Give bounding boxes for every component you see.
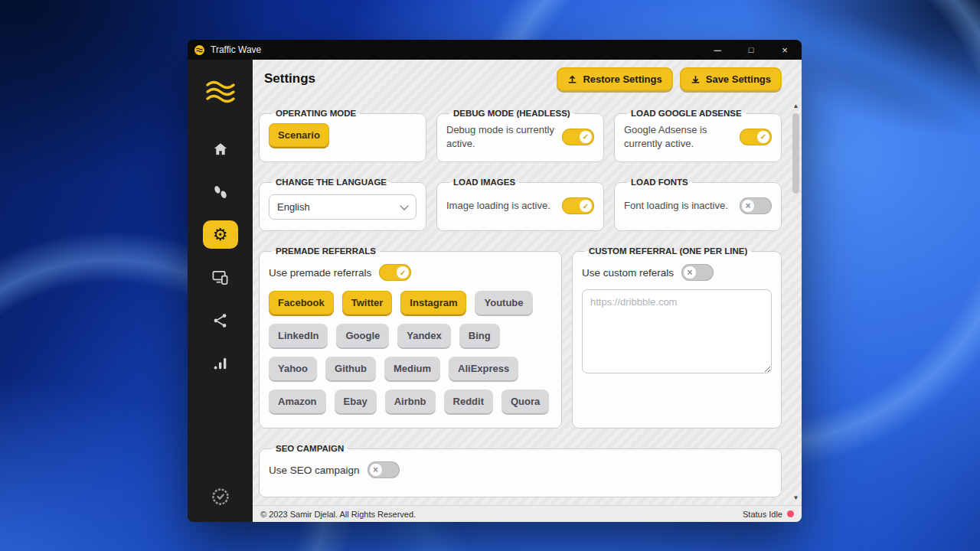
adsense-legend: LOAD GOOGLE ADSENSE [627,109,746,118]
sidebar-item-home[interactable] [203,135,238,163]
toggle-knob [370,464,382,476]
badge-check-icon[interactable] [211,487,230,507]
referral-button-youtube[interactable]: Youtube [475,291,532,315]
maximize-button[interactable]: □ [734,40,768,60]
referral-button-yahoo[interactable]: Yahoo [269,357,317,380]
close-button[interactable]: × [768,40,802,60]
debug-mode-legend: DEBUG MODE (HEADLESS) [449,109,574,118]
restore-settings-button[interactable]: Restore Settings [557,67,672,91]
seo-campaign-toggle[interactable] [368,461,400,478]
custom-referral-toggle[interactable] [681,264,714,281]
toggle-knob [684,266,696,279]
toggle-knob [757,131,769,143]
debug-mode-text: Debug mode is currently active. [446,123,554,150]
stats-icon [212,355,229,372]
copyright-text: © 2023 Samir Djelal. All Rights Reserved… [260,510,416,519]
seo-campaign-section: SEO CAMPAIGN Use SEO campaign [259,444,782,497]
status-bar: © 2023 Samir Djelal. All Rights Reserved… [253,505,802,522]
sidebar-item-network[interactable] [203,306,238,334]
adsense-toggle[interactable] [740,129,772,145]
referral-button-medium[interactable]: Medium [384,357,440,380]
debug-mode-toggle[interactable] [562,129,594,145]
referral-button-github[interactable]: Github [325,357,376,380]
referral-button-linkedin[interactable]: LinkedIn [269,324,328,347]
desktop: { "window": { "title": "Traffic Wave", "… [0,0,980,551]
toggle-knob [580,131,592,143]
sidebar-item-settings[interactable]: ⚙ [203,220,238,249]
app-window: Traffic Wave ─ □ × [188,40,802,522]
status-text: Status Idle [743,510,782,519]
referral-button-amazon[interactable]: Amazon [269,390,326,413]
scenario-button[interactable]: Scenario [269,123,329,147]
sidebar: ⚙ [188,60,253,522]
scrollbar-thumb[interactable] [792,113,799,194]
load-fonts-toggle[interactable] [740,197,772,214]
custom-referral-textarea[interactable] [582,289,772,373]
wave-logo-icon [204,80,237,104]
debug-mode-section: DEBUG MODE (HEADLESS) Debug mode is curr… [436,109,604,162]
referral-button-reddit[interactable]: Reddit [444,390,493,413]
language-select[interactable]: English [269,194,416,220]
load-images-section: LOAD IMAGES Image loading is active. [436,178,604,231]
app-logo-icon [194,45,204,55]
premade-referrals-legend: PREMADE REFERRALS [272,246,380,256]
referral-list: FacebookTwitterInstagramYoutubeLinkedInG… [269,291,552,413]
title-bar: Traffic Wave ─ □ × [188,40,802,60]
status-indicator: Status Idle [743,510,794,519]
save-settings-label: Save Settings [706,73,771,85]
language-section: CHANGE THE LANGUAGE English [259,178,426,231]
premade-referrals-toggle-label: Use premade referrals [269,267,371,279]
referral-button-instagram[interactable]: Instagram [400,291,466,315]
referral-button-yandex[interactable]: Yandex [397,324,451,347]
load-fonts-text: Font loading is inactive. [624,199,732,213]
status-dot-icon [787,510,794,517]
referral-button-quora[interactable]: Quora [501,390,549,413]
devices-icon [211,269,229,286]
save-settings-button[interactable]: Save Settings [680,67,782,91]
referral-button-bing[interactable]: Bing [459,324,500,347]
scroll-up-icon[interactable]: ▲ [791,103,801,109]
sidebar-item-devices[interactable] [203,263,238,292]
page-title: Settings [264,71,315,86]
load-images-toggle[interactable] [562,197,594,214]
sidebar-item-stats[interactable] [203,349,238,377]
network-icon [212,312,229,329]
referral-button-aliexpress[interactable]: AliExpress [449,357,518,380]
language-legend: CHANGE THE LANGUAGE [272,178,390,187]
sidebar-nav: ⚙ [203,135,238,377]
window-title: Traffic Wave [211,44,261,55]
referral-button-google[interactable]: Google [336,324,389,347]
custom-referral-legend: CUSTOM REFERRAL (ONE PER LINE) [585,246,751,256]
minimize-button[interactable]: ─ [701,40,734,60]
settings-content: OPERATING MODE Scenario DEBUG MODE (HEAD… [253,98,802,505]
referral-button-facebook[interactable]: Facebook [269,291,334,315]
operating-mode-section: OPERATING MODE Scenario [259,109,426,162]
home-icon [212,141,229,158]
operating-mode-legend: OPERATING MODE [272,109,360,118]
load-images-text: Image loading is active. [446,199,554,213]
steps-icon [212,184,229,201]
vertical-scrollbar[interactable]: ▲ ▼ [791,99,801,504]
custom-referral-toggle-label: Use custom referals [582,267,674,279]
toggle-knob [742,200,754,212]
custom-referral-section: CUSTOM REFERRAL (ONE PER LINE) Use custo… [572,246,782,429]
seo-campaign-toggle-label: Use SEO campaign [269,465,360,476]
window-controls: ─ □ × [701,40,802,60]
restore-icon [567,74,577,84]
adsense-text: Google Adsense is currently active. [624,123,732,150]
adsense-section: LOAD GOOGLE ADSENSE Google Adsense is cu… [614,109,782,162]
header-actions: Restore Settings Save Settings [557,67,782,91]
referral-button-airbnb[interactable]: Airbnb [385,390,436,413]
referral-button-twitter[interactable]: Twitter [342,291,393,315]
load-fonts-legend: LOAD FONTS [627,178,692,187]
sidebar-item-steps[interactable] [203,178,238,206]
gear-icon: ⚙ [213,227,228,243]
premade-referrals-toggle[interactable] [379,264,411,281]
load-fonts-section: LOAD FONTS Font loading is inactive. [614,178,782,231]
sidebar-bottom [211,487,230,507]
seo-campaign-legend: SEO CAMPAIGN [272,444,348,453]
restore-settings-label: Restore Settings [583,73,662,85]
scroll-down-icon[interactable]: ▼ [791,494,801,501]
referral-button-ebay[interactable]: Ebay [335,390,377,413]
page-header: Settings Restore Settings Save Settings [253,60,802,98]
